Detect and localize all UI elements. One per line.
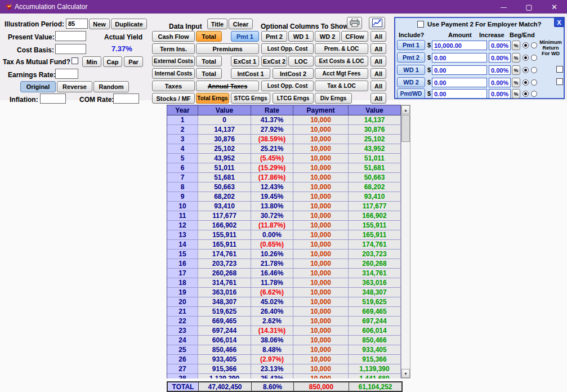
table-row[interactable]: 19363,016(6.62%)10,000348,307 <box>167 288 401 297</box>
internal-all-button[interactable]: All <box>370 68 386 79</box>
pmt1-beg-radio[interactable] <box>523 42 529 48</box>
wd2-min-return-checkbox[interactable] <box>556 78 563 85</box>
cashflow-wd1-button[interactable]: WD 1 <box>288 31 314 42</box>
reverse-button[interactable]: Reverse <box>57 81 92 92</box>
table-row[interactable]: 1041.37%10,00014,137 <box>167 115 401 125</box>
table-row[interactable]: 25850,4668.48%10,000933,405 <box>167 345 401 355</box>
pmt1-increase-input[interactable] <box>489 41 511 50</box>
pmtwd-end-radio[interactable] <box>531 91 537 97</box>
table-row[interactable]: 20348,30745.02%10,000519,625 <box>167 297 401 307</box>
table-row[interactable]: 24606,01438.06%10,000850,466 <box>167 336 401 345</box>
internal-costs-button[interactable]: Internal Costs <box>152 68 195 79</box>
table-scrollbar[interactable]: ▲ ▼ <box>401 105 410 378</box>
taxes-all-button[interactable]: All <box>370 81 386 91</box>
cashflow-pmt2-button[interactable]: Pmt 2 <box>261 31 287 42</box>
pmt2-pct-button[interactable]: % <box>512 53 520 63</box>
external-all-button[interactable]: All <box>370 56 386 66</box>
stocks-mf-button[interactable]: Stocks / MF <box>152 93 195 104</box>
table-row[interactable]: 968,20219.45%10,00093,410 <box>167 192 401 202</box>
internal-intcost1-button[interactable]: IntCost 1 <box>231 68 270 79</box>
illustration-period-input[interactable] <box>66 19 88 29</box>
table-row[interactable]: 1093,41013.80%10,000117,677 <box>167 202 401 211</box>
table-row[interactable]: 18314,76111.78%10,000363,016 <box>167 278 401 288</box>
taxes-lost-opp-button[interactable]: Lost Opp. Cost <box>261 81 314 91</box>
cap-button[interactable]: Cap <box>103 56 122 67</box>
stocks-stcg-button[interactable]: STCG Erngs <box>231 93 270 104</box>
table-row[interactable]: 13155,9110.00%10,000165,911 <box>167 230 401 240</box>
stocks-ltcg-button[interactable]: LTCG Erngs <box>273 93 314 104</box>
employer-match-checkbox[interactable] <box>417 21 424 28</box>
internal-total-button[interactable]: Total <box>196 68 222 79</box>
table-row[interactable]: 751,681(17.86%)10,00050,663 <box>167 173 401 182</box>
minimize-icon[interactable]: — <box>491 0 516 14</box>
close-icon[interactable]: ✕ <box>542 0 567 14</box>
table-row[interactable]: 330,876(38.59%)10,00025,102 <box>167 135 401 144</box>
pmt2-beg-radio[interactable] <box>523 55 529 61</box>
wd2-beg-radio[interactable] <box>523 79 529 86</box>
table-row[interactable]: 16203,72321.78%10,000260,268 <box>167 259 401 269</box>
pmtwd-include-button[interactable]: Pmt/WD <box>397 88 425 99</box>
scrollbar-thumb[interactable] <box>401 115 410 142</box>
pmt1-include-button[interactable]: Pmt 1 <box>397 40 425 50</box>
pmt2-end-radio[interactable] <box>531 55 537 61</box>
table-row[interactable]: 425,10225.21%10,00043,952 <box>167 144 401 154</box>
taxes-tax-loc-button[interactable]: Tax & LOC <box>315 81 368 91</box>
wd1-min-return-checkbox[interactable] <box>556 66 563 73</box>
term-ins-button[interactable]: Term Ins. <box>152 43 195 54</box>
taxes-button[interactable]: Taxes <box>152 81 195 91</box>
table-row[interactable]: 281,139,39025.43%10,0001,441,680 <box>167 374 401 378</box>
wd1-pct-button[interactable]: % <box>512 65 520 75</box>
table-row[interactable]: 22669,4652.62%10,000697,244 <box>167 317 401 326</box>
present-value-input[interactable] <box>55 31 86 41</box>
clear-button[interactable]: Clear <box>229 19 253 29</box>
wd1-increase-input[interactable] <box>489 65 511 75</box>
termins-premiums-button[interactable]: Premiums <box>196 43 259 54</box>
table-row[interactable]: 17260,26816.46%10,000314,761 <box>167 269 401 278</box>
pmtwd-beg-radio[interactable] <box>523 91 529 97</box>
pmt1-amount-input[interactable] <box>432 41 487 50</box>
wd1-beg-radio[interactable] <box>523 67 529 73</box>
tax-mutual-fund-checkbox[interactable] <box>72 57 78 64</box>
duplicate-button[interactable]: Duplicate <box>111 19 147 29</box>
cashflow-wd2-button[interactable]: WD 2 <box>315 31 340 42</box>
com-rate-input[interactable] <box>113 93 139 104</box>
wd2-include-button[interactable]: WD 2 <box>397 77 425 87</box>
pmtwd-increase-input[interactable] <box>489 89 511 99</box>
pmtwd-amount-input[interactable] <box>432 89 487 99</box>
title-button[interactable]: Title <box>207 19 227 29</box>
earnings-rate-input[interactable] <box>55 69 78 79</box>
table-row[interactable]: 850,66312.43%10,00068,202 <box>167 182 401 192</box>
external-ext-loc-button[interactable]: Ext Costs & LOC <box>315 56 368 66</box>
cashflow-total-button[interactable]: Total <box>196 31 222 42</box>
pmt2-increase-input[interactable] <box>489 53 511 63</box>
table-row[interactable]: 21519,62526.40%10,000669,465 <box>167 307 401 317</box>
external-loc-button[interactable]: LOC <box>288 56 314 66</box>
table-row[interactable]: 543,952(5.45%)10,00051,011 <box>167 154 401 163</box>
table-row[interactable]: 12166,902(11.87%)10,000155,911 <box>167 221 401 230</box>
table-row[interactable]: 23697,244(14.31%)10,000606,014 <box>167 326 401 336</box>
external-excst2-button[interactable]: ExCst 2 <box>261 56 287 66</box>
external-excst1-button[interactable]: ExCst 1 <box>231 56 259 66</box>
print-button[interactable] <box>347 17 362 29</box>
external-costs-button[interactable]: External Costs <box>152 56 195 66</box>
taxes-annual-button[interactable]: Annual Taxes <box>196 81 259 91</box>
wd1-include-button[interactable]: WD 1 <box>397 65 425 75</box>
table-row[interactable]: 26933,405(2.97%)10,000915,366 <box>167 355 401 364</box>
table-row[interactable]: 214,13727.92%10,00030,876 <box>167 125 401 135</box>
panel-close-button[interactable]: X <box>554 17 564 27</box>
inflation-input[interactable] <box>40 93 66 104</box>
scroll-down-icon[interactable]: ▼ <box>401 369 410 378</box>
cash-flow-button[interactable]: Cash Flow <box>152 31 195 42</box>
par-button[interactable]: Par <box>124 56 143 67</box>
original-button[interactable]: Original <box>20 81 56 92</box>
scroll-up-icon[interactable]: ▲ <box>401 105 410 114</box>
cost-basis-input[interactable] <box>55 44 86 54</box>
maximize-icon[interactable]: ▢ <box>516 0 542 14</box>
table-row[interactable]: 651,011(15.29%)10,00051,681 <box>167 163 401 173</box>
table-row[interactable]: 27915,36623.13%10,0001,139,390 <box>167 364 401 374</box>
termins-lost-opp-button[interactable]: Lost Opp. Cost <box>261 43 314 54</box>
wd1-end-radio[interactable] <box>531 67 537 73</box>
stocks-all-button[interactable]: All <box>370 93 386 104</box>
cashflow-cflow-button[interactable]: CFlow <box>341 31 368 42</box>
external-total-button[interactable]: Total <box>196 56 222 66</box>
